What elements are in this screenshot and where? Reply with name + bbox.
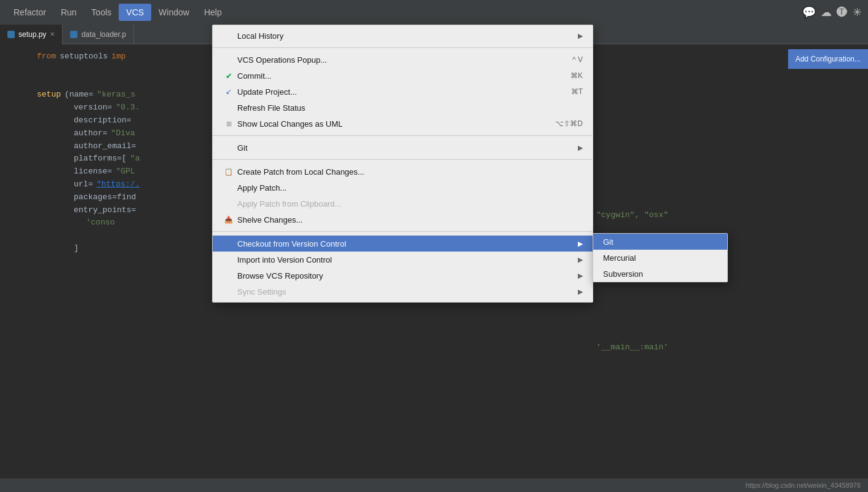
vcs-apply-patch-clipboard: Apply Patch from Clipboard... [213,196,593,212]
vcs-git[interactable]: Git ▶ [213,140,593,156]
vcs-show-uml[interactable]: ⊞ Show Local Changes as UML ⌥⇧⌘D [213,116,593,132]
submenu-git[interactable]: Git [593,234,727,250]
vcs-apply-patch[interactable]: Apply Patch... [213,180,593,196]
sync-label: Sync Settings [237,287,573,296]
create-patch-icon: 📋 [223,168,235,176]
vcs-shelve[interactable]: 📥 Shelve Changes... [213,212,593,228]
browse-label: Browse VCS Repository [237,271,573,280]
uml-icon: ⊞ [223,120,235,128]
shelve-label: Shelve Changes... [237,215,583,224]
update-label: Update Project... [237,87,571,97]
vcs-ops-shortcut: ^ V [572,55,583,64]
apply-patch-label: Apply Patch... [237,183,583,192]
browse-arrow: ▶ [578,272,583,280]
vcs-browse[interactable]: Browse VCS Repository ▶ [213,268,593,284]
vcs-menu-section-git: Git ▶ [213,137,593,158]
submenu-subversion[interactable]: Subversion [593,266,727,282]
commit-label: Commit... [237,71,570,81]
vcs-ops-label: VCS Operations Popup... [237,55,572,65]
vcs-commit[interactable]: ✔ Commit... ⌘K [213,68,593,84]
checkout-label: Checkout from Version Control [237,239,573,248]
import-arrow: ▶ [578,256,583,264]
submenu-mercurial[interactable]: Mercurial [593,250,727,266]
vcs-local-history[interactable]: Local History ▶ [213,28,593,44]
divider-2 [213,135,593,136]
divider-4 [213,231,593,232]
vcs-ops-popup[interactable]: VCS Operations Popup... ^ V [213,52,593,68]
vcs-create-patch[interactable]: 📋 Create Patch from Local Changes... [213,164,593,180]
local-history-label: Local History [237,31,573,41]
vcs-import[interactable]: Import into Version Control ▶ [213,252,593,268]
git-label: Git [237,143,573,153]
vcs-update[interactable]: ↙ Update Project... ⌘T [213,84,593,100]
import-label: Import into Version Control [237,255,573,264]
git-arrow: ▶ [578,144,583,152]
dropdown-overlay[interactable]: Local History ▶ VCS Operations Popup... … [0,0,868,492]
vcs-menu-section-ops: VCS Operations Popup... ^ V ✔ Commit... … [213,49,593,134]
vcs-menu: Local History ▶ VCS Operations Popup... … [212,25,593,303]
vcs-checkout[interactable]: Checkout from Version Control ▶ Git Merc… [213,236,593,252]
uml-shortcut: ⌥⇧⌘D [555,119,583,128]
shelve-icon: 📥 [223,216,235,224]
update-icon: ↙ [223,87,235,96]
vcs-menu-section-checkout: Checkout from Version Control ▶ Git Merc… [213,233,593,302]
vcs-menu-section-patch: 📋 Create Patch from Local Changes... App… [213,161,593,230]
apply-patch-clip-label: Apply Patch from Clipboard... [237,199,583,208]
sync-arrow: ▶ [578,288,583,296]
checkout-submenu: Git Mercurial Subversion [593,233,728,282]
checkout-arrow: ▶ [578,240,583,248]
refresh-label: Refresh File Status [237,103,583,113]
vcs-refresh[interactable]: Refresh File Status [213,100,593,116]
update-shortcut: ⌘T [571,87,583,96]
create-patch-label: Create Patch from Local Changes... [237,167,583,177]
show-uml-label: Show Local Changes as UML [237,119,555,129]
local-history-arrow: ▶ [578,32,583,40]
commit-check-icon: ✔ [223,71,235,81]
divider-1 [213,47,593,48]
vcs-menu-section-top: Local History ▶ [213,25,593,46]
divider-3 [213,159,593,160]
vcs-sync: Sync Settings ▶ [213,284,593,300]
commit-shortcut: ⌘K [570,71,583,80]
